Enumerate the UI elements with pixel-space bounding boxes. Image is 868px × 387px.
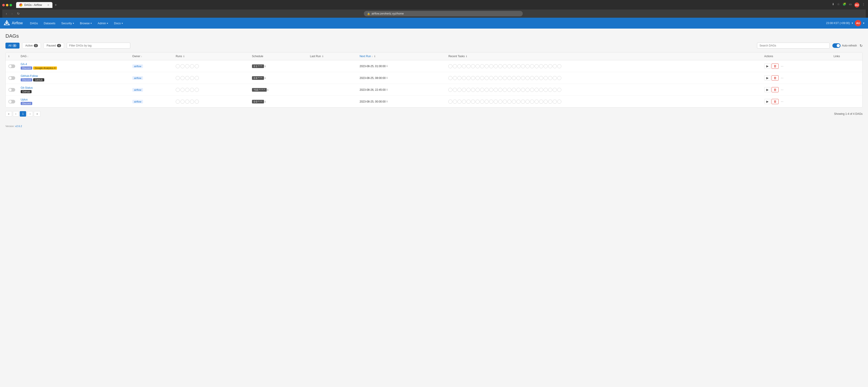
dag-delete-button[interactable]: 🗑: [772, 75, 779, 80]
nav-browse[interactable]: Browse ▾: [77, 21, 94, 26]
dag-runs-cell: [173, 96, 249, 107]
footer-version-link[interactable]: v2.6.2: [15, 125, 22, 128]
menu-icon[interactable]: ⋮: [861, 2, 866, 8]
tab-bar: DAGs - Airflow ✕ +: [16, 2, 59, 8]
dag-name-link-Git-Status[interactable]: Git-Status: [21, 86, 33, 89]
close-traffic-light[interactable]: [2, 4, 5, 6]
cast-icon[interactable]: ▭: [848, 2, 852, 8]
nav-docs[interactable]: Docs ▾: [111, 21, 126, 26]
bookmark-icon[interactable]: ☆: [836, 2, 840, 8]
extensions-icon[interactable]: 🧩: [842, 2, 847, 8]
schedule-badge[interactable]: */15 * * * *: [252, 88, 267, 92]
dag-trigger-button[interactable]: ▶: [764, 87, 771, 92]
browser-back-button[interactable]: ‹: [4, 11, 8, 16]
browser-reload-button[interactable]: ↻: [16, 11, 21, 16]
dag-tag[interactable]: Google Analytics 4: [33, 66, 57, 70]
schedule-info-icon[interactable]: ℹ: [264, 100, 266, 103]
dag-name-link-GA-4[interactable]: GA-4: [21, 63, 27, 66]
dag-trigger-button[interactable]: ▶: [764, 75, 771, 80]
user-avatar[interactable]: AU: [855, 2, 859, 7]
dag-delete-button[interactable]: 🗑: [772, 64, 779, 69]
dag-toggle-GitHub-Follow[interactable]: [8, 76, 15, 80]
run-circle: [190, 76, 194, 80]
dag-toggle-GA-4[interactable]: [8, 64, 15, 68]
nextrun-info-icon[interactable]: ℹ: [374, 55, 375, 58]
browser-toolbar: DAGs - Airflow ✕ + ⬇ ☆ 🧩 ▭ AU ⋮: [2, 2, 866, 8]
dag-delete-button[interactable]: 🗑: [772, 99, 779, 104]
schedule-info-icon[interactable]: ℹ: [264, 65, 266, 68]
schedule-info-icon[interactable]: ℹ: [264, 77, 266, 79]
pagination-first-button[interactable]: «: [5, 111, 12, 117]
dag-toggle-Git-Status[interactable]: [8, 88, 15, 92]
schedule-info-icon[interactable]: ℹ: [267, 89, 268, 91]
schedule-badge[interactable]: 0 1 * * *: [252, 64, 264, 68]
col-dag-header[interactable]: DAG ↕: [18, 53, 130, 60]
runs-info-icon[interactable]: ℹ: [183, 55, 184, 58]
recenttasks-info-icon[interactable]: ℹ: [466, 55, 467, 58]
maximize-traffic-light[interactable]: [9, 4, 12, 6]
dag-more-button[interactable]: ···: [779, 75, 785, 80]
filter-active-button[interactable]: Active 0: [22, 43, 41, 49]
lastrun-info-icon[interactable]: ℹ: [322, 55, 323, 58]
filters-row: All 4 Active 0 Paused 4: [5, 43, 863, 49]
task-circle: [512, 88, 516, 92]
col-owner-header[interactable]: Owner ↕: [130, 53, 173, 60]
table-info-icon[interactable]: ℹ: [8, 55, 9, 58]
browser-forward-button[interactable]: ›: [10, 11, 14, 16]
minimize-traffic-light[interactable]: [6, 4, 8, 6]
dag-tag[interactable]: GitHub: [21, 90, 32, 93]
owner-badge: airflow: [132, 100, 143, 103]
task-circle: [466, 100, 470, 104]
task-circle: [521, 100, 525, 104]
filter-paused-button[interactable]: Paused 4: [43, 43, 64, 49]
task-circle: [485, 64, 489, 68]
pagination-next-button[interactable]: ›: [27, 111, 33, 117]
dag-toggle-Uplus[interactable]: [8, 100, 15, 103]
active-tab[interactable]: DAGs - Airflow ✕: [16, 2, 53, 8]
filter-active-label: Active: [25, 44, 33, 47]
nav-datasets[interactable]: Datasets: [41, 21, 58, 26]
next-run-info-icon[interactable]: ℹ: [386, 88, 388, 91]
dag-more-button[interactable]: ···: [779, 99, 785, 104]
next-run-info-icon[interactable]: ℹ: [386, 65, 388, 68]
pagination-prev-button[interactable]: ‹: [13, 111, 19, 117]
dag-tag[interactable]: Discord: [21, 102, 32, 105]
dag-tag[interactable]: Discord: [21, 66, 32, 70]
nav-avatar[interactable]: AU: [855, 20, 861, 26]
tab-close-button[interactable]: ✕: [47, 4, 49, 7]
dag-trigger-button[interactable]: ▶: [764, 99, 771, 104]
filter-all-button[interactable]: All 4: [5, 43, 20, 49]
dag-more-button[interactable]: ···: [779, 64, 785, 68]
nav-time-arrow-icon[interactable]: ▾: [851, 22, 853, 25]
nav-security[interactable]: Security ▾: [59, 21, 77, 26]
new-tab-button[interactable]: +: [53, 2, 59, 8]
dag-trigger-button[interactable]: ▶: [764, 64, 771, 69]
search-dags-input[interactable]: [757, 43, 830, 49]
next-run-info-icon[interactable]: ℹ: [386, 76, 388, 79]
dag-name-link-GitHub-Follow[interactable]: GitHub-Follow: [21, 74, 38, 77]
pagination-page1-button[interactable]: 1: [20, 111, 26, 117]
run-circle: [190, 88, 194, 92]
filter-tags-input[interactable]: [67, 43, 130, 49]
schedule-badge[interactable]: 0 0 * * *: [252, 100, 264, 103]
dag-tag[interactable]: Discord: [21, 78, 32, 82]
dag-tag[interactable]: GitHub: [33, 78, 44, 82]
col-nextrun-header[interactable]: Next Run ↕ ℹ: [357, 53, 445, 60]
address-bar[interactable]: 🔒 airflow.zerohertz.xyz/home: [364, 11, 523, 16]
pagination-last-button[interactable]: »: [34, 111, 40, 117]
filter-tags-input-wrap: [67, 43, 130, 49]
auto-refresh-toggle[interactable]: [832, 43, 840, 48]
nav-avatar-arrow-icon[interactable]: ▾: [863, 22, 864, 25]
profile-icon[interactable]: AU: [854, 2, 860, 8]
schedule-badge[interactable]: 0 8 * * *: [252, 76, 264, 80]
downloads-icon[interactable]: ⬇: [831, 2, 835, 8]
dag-name-link-Uplus[interactable]: Uplus: [21, 98, 28, 101]
next-run-info-icon[interactable]: ℹ: [386, 100, 388, 103]
dags-table: ℹ DAG ↕ Owner ↕ Runs: [6, 53, 862, 107]
dag-more-button[interactable]: ···: [779, 87, 785, 92]
table-header: ℹ DAG ↕ Owner ↕ Runs: [6, 53, 862, 60]
dag-delete-button[interactable]: 🗑: [772, 87, 779, 92]
refresh-button[interactable]: ↻: [860, 43, 863, 48]
nav-admin[interactable]: Admin ▾: [95, 21, 111, 26]
nav-dags[interactable]: DAGs: [27, 21, 41, 26]
